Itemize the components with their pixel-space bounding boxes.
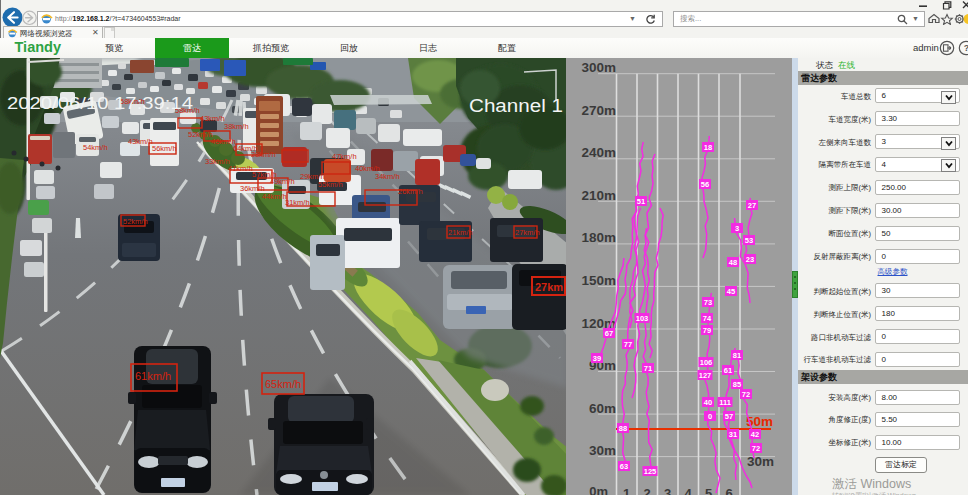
svg-text:79: 79	[703, 326, 711, 335]
svg-text:46km/h: 46km/h	[211, 137, 236, 146]
svg-text:30m: 30m	[747, 454, 774, 469]
svg-text:85: 85	[733, 380, 741, 389]
svg-text:31: 31	[729, 430, 737, 439]
svg-text:39: 39	[593, 354, 601, 363]
svg-text:Channel 1: Channel 1	[469, 96, 563, 116]
svg-text:150m: 150m	[581, 273, 616, 288]
svg-text:28km/h: 28km/h	[251, 150, 276, 159]
svg-text:300m: 300m	[581, 60, 616, 75]
svg-text:65km/h: 65km/h	[265, 378, 301, 390]
svg-text:27: 27	[748, 201, 756, 210]
svg-text:125: 125	[644, 467, 657, 476]
svg-text:88: 88	[619, 424, 627, 433]
svg-text:48: 48	[729, 258, 737, 267]
svg-text:0m: 0m	[589, 484, 608, 495]
svg-text:27km: 27km	[535, 281, 563, 293]
svg-text:77: 77	[624, 340, 632, 349]
svg-text:180m: 180m	[581, 230, 616, 245]
svg-text:73: 73	[704, 298, 712, 307]
svg-text:33km/h: 33km/h	[205, 157, 230, 166]
svg-text:23: 23	[746, 255, 754, 264]
svg-text:4: 4	[685, 486, 693, 495]
svg-text:0: 0	[708, 412, 712, 421]
svg-text:111: 111	[719, 398, 731, 407]
svg-text:74: 74	[703, 314, 712, 323]
svg-text:72: 72	[742, 390, 750, 399]
svg-text:210m: 210m	[581, 188, 616, 203]
svg-text:44km/h: 44km/h	[262, 192, 287, 201]
svg-text:31km/h: 31km/h	[285, 198, 310, 207]
svg-text:47km/h: 47km/h	[332, 152, 357, 161]
svg-text:56km/h: 56km/h	[152, 144, 177, 153]
svg-text:26km/h: 26km/h	[398, 187, 423, 196]
svg-text:61km/h: 61km/h	[135, 370, 171, 382]
svg-text:81: 81	[733, 351, 741, 360]
svg-text:?: ?	[964, 43, 968, 53]
svg-text:71: 71	[644, 364, 652, 373]
svg-text:3: 3	[735, 224, 739, 233]
svg-text:57: 57	[725, 412, 733, 421]
svg-text:36km/h: 36km/h	[240, 184, 265, 193]
svg-text:61: 61	[724, 366, 732, 375]
svg-text:240m: 240m	[581, 145, 616, 160]
svg-text:52km/h: 52km/h	[188, 130, 213, 139]
svg-text:49km/h: 49km/h	[270, 177, 295, 186]
svg-text:1: 1	[623, 486, 630, 495]
svg-text:72: 72	[752, 444, 760, 453]
svg-text:43km/h: 43km/h	[128, 137, 153, 146]
svg-text:63: 63	[620, 462, 628, 471]
svg-text:127: 127	[699, 371, 712, 380]
svg-text:38km/h: 38km/h	[224, 122, 249, 131]
svg-text:34km/h: 34km/h	[375, 172, 400, 181]
svg-text:67: 67	[605, 329, 613, 338]
svg-text:18: 18	[704, 143, 712, 152]
svg-text:27km/h: 27km/h	[515, 228, 540, 237]
svg-text:40: 40	[704, 398, 712, 407]
svg-text:53: 53	[745, 236, 753, 245]
svg-text:270m: 270m	[581, 103, 616, 118]
svg-text:43km/h: 43km/h	[200, 114, 225, 123]
svg-text:56: 56	[701, 180, 709, 189]
svg-text:42: 42	[751, 430, 759, 439]
svg-text:103: 103	[636, 314, 649, 323]
svg-text:Tiandy: Tiandy	[15, 38, 62, 55]
svg-text:52km/h: 52km/h	[123, 217, 148, 226]
svg-text:21km/h: 21km/h	[448, 228, 473, 237]
svg-text:51: 51	[637, 197, 645, 206]
svg-text:41km/h: 41km/h	[228, 164, 253, 173]
svg-text:2: 2	[644, 486, 651, 495]
svg-text:106: 106	[700, 358, 713, 367]
svg-text:54km/h: 54km/h	[83, 143, 108, 152]
svg-text:2020/06/10 17:39:14: 2020/06/10 17:39:14	[7, 94, 193, 112]
svg-text:30m: 30m	[589, 443, 616, 458]
svg-text:6: 6	[726, 486, 733, 495]
svg-text:5: 5	[705, 486, 712, 495]
svg-text:45: 45	[727, 287, 735, 296]
svg-text:3: 3	[664, 486, 671, 495]
svg-text:55km/h: 55km/h	[318, 180, 343, 189]
svg-text:60m: 60m	[589, 401, 616, 416]
